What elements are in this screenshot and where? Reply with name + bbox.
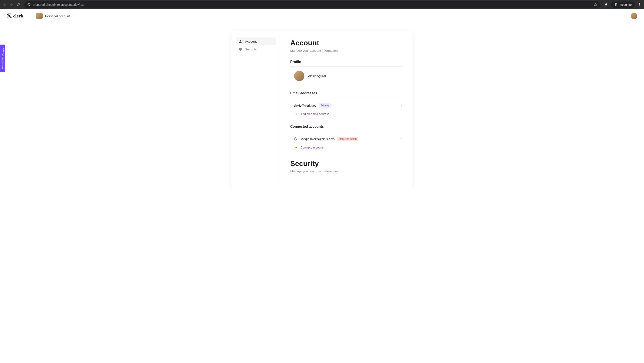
google-icon — [294, 137, 297, 141]
connect-account-link[interactable]: + Connect account — [290, 146, 403, 149]
email-address: alexis@clerk.dev — [294, 104, 316, 107]
clerk-logo[interactable]: clerk — [7, 13, 30, 18]
downloads-icon[interactable] — [604, 3, 608, 6]
security-subtitle: Manage your security preferences — [290, 169, 403, 173]
app-header: clerk Personal account — [0, 9, 644, 22]
profile-subsection: Profile Alexis Aguilar — [290, 60, 403, 81]
browser-menu-icon[interactable] — [638, 3, 642, 6]
sidebar-item-account[interactable]: Account — [236, 37, 276, 45]
requires-action-badge: Requires action — [337, 137, 358, 141]
svg-point-0 — [639, 3, 640, 4]
sidebar-item-security[interactable]: Security — [236, 45, 276, 53]
account-title: Account — [290, 39, 403, 47]
profile-row[interactable]: Alexis Aguilar — [290, 71, 403, 81]
connected-provider: Google (alexis@clerk.dev) — [300, 137, 334, 141]
email-row[interactable]: alexis@clerk.dev Primary — [290, 102, 403, 109]
shield-icon — [239, 48, 242, 51]
chevron-down-icon[interactable] — [400, 104, 403, 107]
url-bar[interactable]: prepared-phoenix-98.accounts.dev/user — [24, 1, 600, 8]
site-settings-icon[interactable] — [27, 3, 31, 6]
svg-text:clerk: clerk — [13, 13, 24, 18]
svg-point-1 — [639, 4, 640, 5]
chevron-updown-icon — [72, 14, 76, 18]
profile-name: Alexis Aguilar — [308, 74, 326, 78]
incognito-badge[interactable]: Incognito — [611, 1, 635, 8]
browser-chrome: prepared-phoenix-98.accounts.dev/user In… — [0, 0, 644, 9]
account-name: Personal account — [45, 14, 70, 18]
email-subsection: Email addresses alexis@clerk.dev Primary… — [290, 91, 403, 116]
account-left: Google (alexis@clerk.dev) Requires actio… — [294, 137, 358, 141]
account-avatar — [36, 13, 42, 19]
svg-text:҉ clerk: ҉ clerk — [2, 48, 4, 56]
secured-label: Secured by — [1, 57, 4, 69]
sidebar-item-label: Security — [245, 47, 256, 51]
settings-card: Account Security Account Manage your acc… — [232, 31, 412, 188]
profile-avatar — [294, 71, 304, 81]
content: Account Manage your account information … — [281, 31, 412, 188]
email-section-title: Email addresses — [290, 91, 403, 98]
email-left: alexis@clerk.dev Primary — [294, 103, 331, 108]
plus-icon: + — [296, 146, 297, 149]
primary-badge: Primary — [319, 103, 331, 108]
incognito-icon — [614, 3, 618, 6]
connected-subsection: Connected accounts Google (alexis@clerk.… — [290, 125, 403, 149]
connected-account-row[interactable]: Google (alexis@clerk.dev) Requires actio… — [290, 136, 403, 142]
header-left: clerk Personal account — [7, 13, 76, 19]
svg-point-2 — [639, 5, 640, 6]
security-title: Security — [290, 159, 403, 168]
add-email-label: Add an email address — [300, 112, 329, 116]
profile-section-title: Profile — [290, 60, 403, 67]
back-button[interactable] — [2, 2, 7, 7]
connected-section-title: Connected accounts — [290, 125, 403, 131]
incognito-label: Incognito — [620, 3, 632, 6]
chevron-down-icon[interactable] — [400, 137, 403, 141]
secured-by-clerk-tab[interactable]: Secured by ҉ clerk — [0, 45, 5, 72]
account-selector[interactable]: Personal account — [36, 13, 76, 19]
sidebar-item-label: Account — [245, 39, 256, 43]
nav-controls — [2, 2, 20, 7]
clerk-tab-icon: ҉ clerk — [1, 48, 4, 56]
url-text: prepared-phoenix-98.accounts.dev/user — [33, 3, 592, 6]
clerk-logo-icon — [7, 13, 12, 18]
browser-right: Incognito — [604, 1, 642, 8]
user-avatar[interactable] — [631, 13, 637, 19]
reload-button[interactable] — [16, 2, 20, 7]
bookmark-icon[interactable] — [594, 3, 597, 6]
forward-button[interactable] — [9, 2, 14, 7]
connect-account-label: Connect account — [300, 146, 323, 149]
user-icon — [239, 40, 242, 43]
account-subtitle: Manage your account information — [290, 49, 403, 52]
clerk-wordmark: clerk — [13, 13, 30, 18]
plus-icon: + — [296, 112, 297, 116]
main-container: Account Security Account Manage your acc… — [0, 22, 644, 188]
add-email-link[interactable]: + Add an email address — [290, 112, 403, 116]
sidebar: Account Security — [232, 31, 281, 188]
